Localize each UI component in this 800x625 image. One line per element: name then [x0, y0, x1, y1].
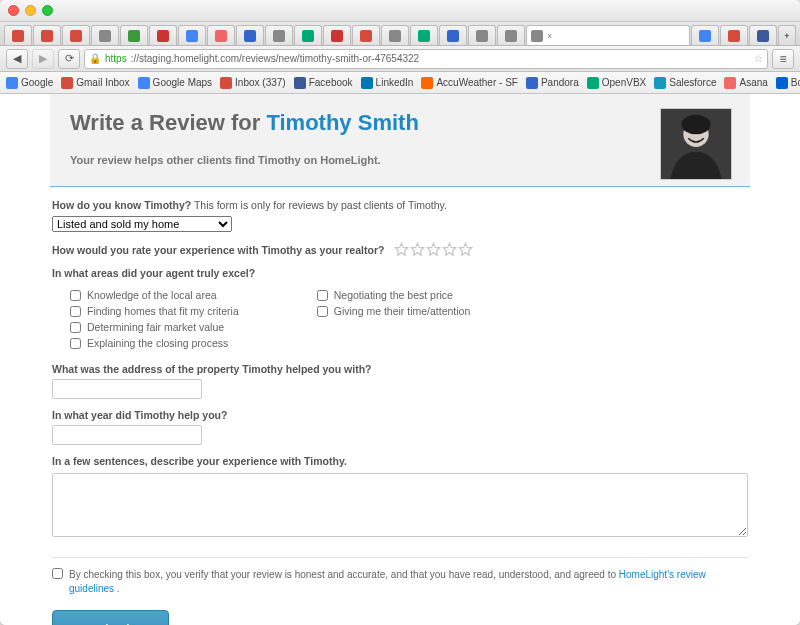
star-icon[interactable]: [426, 242, 441, 257]
browser-tab[interactable]: [691, 25, 719, 45]
bookmark[interactable]: AccuWeather - SF: [421, 77, 518, 89]
area-checkbox[interactable]: [317, 306, 328, 317]
url-text: ://staging.homelight.com/reviews/new/tim…: [131, 53, 419, 64]
area-checkbox[interactable]: [70, 290, 81, 301]
browser-tab[interactable]: [265, 25, 293, 45]
browser-tab[interactable]: [62, 25, 90, 45]
bookmark[interactable]: OpenVBX: [587, 77, 646, 89]
question-rating: How would you rate your experience with …: [52, 242, 748, 257]
forward-button[interactable]: ▶: [32, 49, 54, 69]
star-icon[interactable]: [394, 242, 409, 257]
browser-tab[interactable]: [149, 25, 177, 45]
window-zoom-button[interactable]: [42, 5, 53, 16]
question-describe: In a few sentences, describe your experi…: [52, 455, 748, 539]
description-textarea[interactable]: [52, 473, 748, 537]
window-titlebar: [0, 0, 800, 22]
window-close-button[interactable]: [8, 5, 19, 16]
browser-tab[interactable]: [410, 25, 438, 45]
bookmark[interactable]: Google: [6, 77, 53, 89]
submit-button[interactable]: Submit: [52, 610, 169, 625]
verify-row: By checking this box, you verify that yo…: [52, 568, 748, 596]
agent-name-link[interactable]: Timothy Smith: [266, 110, 418, 135]
browser-tab[interactable]: [33, 25, 61, 45]
question-address: What was the address of the property Tim…: [52, 363, 748, 399]
divider: [52, 557, 748, 558]
bookmark[interactable]: Facebook: [294, 77, 353, 89]
browser-tab-active[interactable]: ×: [526, 25, 690, 45]
question-year: In what year did Timothy help you?: [52, 409, 748, 445]
new-tab-button[interactable]: +: [778, 25, 796, 45]
address-bar[interactable]: 🔒 https ://staging.homelight.com/reviews…: [84, 49, 768, 69]
svg-marker-3: [396, 243, 409, 255]
browser-tab[interactable]: [381, 25, 409, 45]
svg-marker-6: [444, 243, 457, 255]
browser-tab[interactable]: [294, 25, 322, 45]
lock-icon: 🔒: [89, 53, 101, 64]
browser-tab[interactable]: [236, 25, 264, 45]
star-icon[interactable]: [458, 242, 473, 257]
hero: Write a Review for Timothy Smith Your re…: [50, 94, 750, 186]
year-input[interactable]: [52, 425, 202, 445]
svg-marker-7: [460, 243, 473, 255]
star-icon[interactable]: [442, 242, 457, 257]
area-checkbox[interactable]: [70, 306, 81, 317]
bookmarks-bar: Google Gmail Inbox Google Maps Inbox (33…: [0, 72, 800, 94]
bookmark[interactable]: Salesforce: [654, 77, 716, 89]
browser-tab[interactable]: [207, 25, 235, 45]
browser-tab[interactable]: [439, 25, 467, 45]
bookmark[interactable]: Inbox (337): [220, 77, 286, 89]
browser-tab[interactable]: [468, 25, 496, 45]
browser-tab[interactable]: [4, 25, 32, 45]
bookmark[interactable]: Asana: [724, 77, 767, 89]
url-scheme: https: [105, 53, 127, 64]
reload-button[interactable]: ⟳: [58, 49, 80, 69]
star-rating[interactable]: [394, 242, 473, 257]
browser-tab[interactable]: [323, 25, 351, 45]
star-icon[interactable]: [410, 242, 425, 257]
page-viewport[interactable]: Write a Review for Timothy Smith Your re…: [0, 94, 800, 625]
bookmark[interactable]: LinkedIn: [361, 77, 414, 89]
svg-marker-5: [428, 243, 441, 255]
browser-tab[interactable]: [720, 25, 748, 45]
browser-toolbar: ◀ ▶ ⟳ 🔒 https ://staging.homelight.com/r…: [0, 46, 800, 72]
browser-tab[interactable]: [91, 25, 119, 45]
bookmark[interactable]: Google Maps: [138, 77, 212, 89]
area-checkbox[interactable]: [70, 338, 81, 349]
browser-tab[interactable]: [352, 25, 380, 45]
divider: [50, 186, 750, 187]
browser-tab[interactable]: [178, 25, 206, 45]
browser-tab[interactable]: [120, 25, 148, 45]
question-how-know: How do you know Timothy? This form is on…: [52, 199, 748, 232]
back-button[interactable]: ◀: [6, 49, 28, 69]
browser-tab[interactable]: [749, 25, 777, 45]
bookmark[interactable]: Gmail Inbox: [61, 77, 129, 89]
svg-marker-4: [412, 243, 425, 255]
chrome-menu-button[interactable]: ≡: [772, 49, 794, 69]
window-minimize-button[interactable]: [25, 5, 36, 16]
agent-photo: [660, 108, 732, 180]
question-areas: In what areas did your agent truly excel…: [52, 267, 748, 353]
bookmark[interactable]: Pandora: [526, 77, 579, 89]
area-checkbox[interactable]: [70, 322, 81, 333]
area-checkbox[interactable]: [317, 290, 328, 301]
bookmark[interactable]: Box: [776, 77, 800, 89]
bookmark-star-icon[interactable]: ☆: [754, 53, 763, 64]
page-title: Write a Review for Timothy Smith: [70, 110, 730, 136]
verify-checkbox[interactable]: [52, 568, 63, 579]
svg-point-2: [681, 115, 710, 134]
browser-tab[interactable]: [497, 25, 525, 45]
browser-tabstrip: × +: [0, 22, 800, 46]
address-input[interactable]: [52, 379, 202, 399]
page-subtitle: Your review helps other clients find Tim…: [70, 154, 730, 166]
how-know-select[interactable]: Listed and sold my home: [52, 216, 232, 232]
